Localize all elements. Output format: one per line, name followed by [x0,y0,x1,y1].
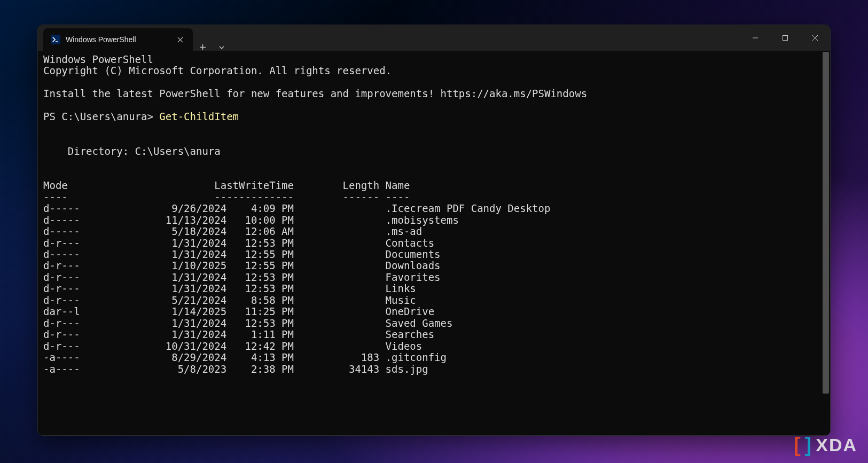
minimize-button[interactable] [740,25,770,51]
terminal-output[interactable]: Windows PowerShell Copyright (C) Microso… [38,51,830,435]
bracket-right-icon: ] [805,434,813,457]
tab-dropdown-button[interactable] [212,44,231,51]
prompt-command: Get-ChildItem [159,111,239,122]
new-tab-button[interactable] [193,44,212,51]
terminal-window: Windows PowerShell Windows P [37,25,831,436]
header-line-2: Copyright (C) Microsoft Corporation. All… [43,65,392,76]
title-bar: Windows PowerShell [38,25,830,51]
maximize-button[interactable] [770,25,800,51]
header-line-1: Windows PowerShell [43,53,153,65]
window-controls [740,25,830,51]
powershell-icon [51,35,60,44]
tab-powershell[interactable]: Windows PowerShell [43,28,193,51]
scrollbar[interactable] [823,52,829,394]
tab-close-button[interactable] [175,34,185,45]
xda-watermark: [] XDA [794,434,857,457]
tab-strip: Windows PowerShell [38,25,231,51]
bracket-left-icon: [ [794,434,802,457]
close-button[interactable] [800,25,830,51]
watermark-text: XDA [816,435,857,456]
listing-table: Mode LastWriteTime Length Name ---- ----… [43,179,550,375]
prompt-prefix: PS C:\Users\anura> [43,111,159,122]
directory-line: Directory: C:\Users\anura [43,145,221,157]
svg-rect-2 [783,36,788,41]
install-message: Install the latest PowerShell for new fe… [43,88,587,99]
tab-title: Windows PowerShell [66,35,169,44]
